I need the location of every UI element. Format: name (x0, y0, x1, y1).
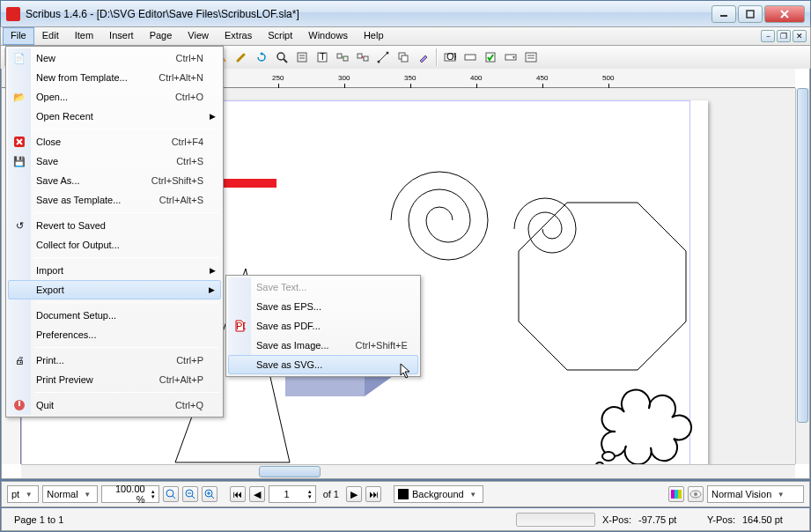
tool-rotate[interactable] (252, 48, 271, 67)
svg-line-60 (192, 496, 195, 499)
close-icon (12, 135, 26, 149)
svg-rect-66 (675, 490, 678, 499)
tool-pdf-checkbox[interactable] (481, 48, 500, 67)
menu-preferences[interactable]: Preferences... (8, 325, 221, 344)
prev-page[interactable]: ◀ (249, 486, 265, 502)
svg-rect-26 (358, 54, 362, 58)
status-bar: Page 1 to 1 X-Pos: -97.75 pt Y-Pos: 164.… (1, 508, 810, 531)
xpos-value: -97.75 pt (638, 514, 700, 525)
scrollbar-vertical[interactable] (795, 88, 809, 464)
menu-script[interactable]: Script (260, 27, 300, 45)
zoom-in[interactable] (202, 486, 217, 502)
mdi-close[interactable]: ✕ (793, 30, 807, 42)
tool-pdf-listbox[interactable] (521, 48, 541, 67)
pdf-icon: PDF (232, 319, 247, 333)
svg-point-69 (694, 492, 697, 496)
last-page[interactable]: ⏭ (365, 486, 381, 502)
menu-new-template[interactable]: New from Template...Ctrl+Alt+N (8, 68, 221, 87)
quit-icon (12, 398, 26, 412)
viewmode-combo[interactable]: Normal▼ (42, 485, 97, 503)
menu-save[interactable]: 💾SaveCtrl+S (8, 151, 221, 171)
svg-point-31 (387, 52, 389, 55)
tool-link-frames[interactable] (333, 48, 352, 67)
page-total-label: of 1 (320, 489, 343, 499)
mdi-controls: － ❐ ✕ (761, 27, 808, 45)
menu-save-eps[interactable]: Save as EPS... (228, 297, 418, 316)
menu-open-recent[interactable]: Open Recent▶ (8, 107, 221, 126)
page-spin[interactable]: 1▲▼ (269, 485, 316, 503)
menu-edit[interactable]: Edit (34, 27, 67, 45)
menu-extras[interactable]: Extras (217, 27, 260, 45)
menu-save-template[interactable]: Save as Template...Ctrl+Alt+S (8, 190, 221, 210)
menu-save-pdf[interactable]: PDFSave as PDF... (228, 316, 418, 336)
menubar: File Edit Item Insert Page View Extras S… (0, 26, 811, 46)
close-button[interactable] (764, 5, 805, 23)
zoom-out[interactable] (182, 486, 198, 502)
footer-controls: pt▼ Normal▼ 100.00 %▲▼ ⏮ ◀ 1▲▼ of 1 ▶ ⏭ … (1, 481, 810, 507)
vision-combo[interactable]: Normal Vision▼ (707, 485, 804, 503)
export-submenu: Save Text... Save as EPS... PDFSave as P… (225, 275, 421, 377)
layer-combo[interactable]: Background▼ (394, 485, 483, 503)
tool-measure[interactable] (373, 48, 393, 67)
minimize-button[interactable] (711, 5, 736, 23)
tool-eyedropper[interactable] (414, 48, 433, 67)
tool-story-editor[interactable]: T (313, 48, 332, 67)
titlebar: Scribus 1.4.6 - [D:\SVG Editor\Save File… (0, 0, 811, 26)
menu-file[interactable]: File (3, 27, 34, 45)
menu-save-image[interactable]: Save as Image...Ctrl+Shift+E (228, 336, 418, 355)
zoom-spin[interactable]: 100.00 %▲▼ (101, 485, 159, 503)
preview-toggle[interactable] (688, 486, 704, 502)
svg-line-64 (211, 496, 214, 499)
tool-unlink-frames[interactable] (353, 48, 372, 67)
app-icon (6, 7, 20, 21)
new-icon: 📄 (12, 51, 26, 65)
cms-toggle[interactable] (668, 486, 684, 502)
mdi-minimize[interactable]: － (761, 30, 775, 42)
tool-zoom[interactable] (272, 48, 291, 67)
menu-export[interactable]: Export▶ (8, 280, 221, 299)
svg-rect-1 (747, 11, 754, 18)
menu-print[interactable]: 🖨Print...Ctrl+P (8, 351, 221, 370)
svg-text:PDF: PDF (236, 321, 246, 331)
menu-save-svg[interactable]: Save as SVG... (228, 355, 418, 374)
menu-revert[interactable]: ↺Revert to Saved (8, 216, 221, 235)
svg-rect-24 (343, 56, 348, 61)
menu-view[interactable]: View (180, 27, 217, 45)
window-controls (711, 5, 805, 23)
first-page[interactable]: ⏮ (230, 486, 246, 502)
menu-doc-setup[interactable]: Document Setup... (8, 306, 221, 325)
menu-close[interactable]: CloseCtrl+F4 (8, 132, 221, 151)
menu-collect[interactable]: Collect for Output... (8, 235, 221, 255)
zoom-1to1[interactable] (163, 486, 179, 502)
print-icon: 🖨 (12, 353, 26, 367)
window-title: Scribus 1.4.6 - [D:\SVG Editor\Save File… (26, 8, 711, 20)
menu-windows[interactable]: Windows (300, 27, 356, 45)
maximize-button[interactable] (738, 5, 763, 23)
unit-combo[interactable]: pt▼ (7, 485, 39, 503)
svg-point-30 (378, 61, 380, 63)
menu-new[interactable]: 📄NewCtrl+N (8, 48, 221, 68)
menu-item-item[interactable]: Item (67, 27, 101, 45)
mouse-cursor (400, 363, 414, 381)
menu-help[interactable]: Help (356, 27, 392, 45)
tool-pdf-textfield[interactable] (461, 48, 480, 67)
menu-save-as[interactable]: Save As...Ctrl+Shift+S (8, 171, 221, 190)
tool-edit-contents[interactable] (292, 48, 312, 67)
svg-rect-23 (337, 54, 342, 58)
tool-freehand[interactable] (232, 48, 251, 67)
menu-insert[interactable]: Insert (101, 27, 142, 45)
menu-quit[interactable]: QuitCtrl+Q (8, 395, 221, 415)
next-page[interactable]: ▶ (346, 486, 362, 502)
mdi-restore[interactable]: ❐ (777, 30, 791, 42)
tool-copy-props[interactable] (394, 48, 413, 67)
tool-pdf-combobox[interactable] (501, 48, 520, 67)
menu-save-text[interactable]: Save Text... (228, 277, 418, 297)
menu-import[interactable]: Import▶ (8, 261, 221, 280)
menu-print-preview[interactable]: Print PreviewCtrl+Alt+P (8, 370, 221, 389)
tool-pdf-pushbutton[interactable]: OK (440, 48, 460, 67)
scrollbar-horizontal[interactable] (21, 464, 795, 478)
menu-open[interactable]: 📂Open...Ctrl+O (8, 87, 221, 107)
ypos-value: 164.50 pt (742, 514, 804, 525)
menu-page[interactable]: Page (142, 27, 181, 45)
svg-rect-65 (671, 490, 675, 499)
